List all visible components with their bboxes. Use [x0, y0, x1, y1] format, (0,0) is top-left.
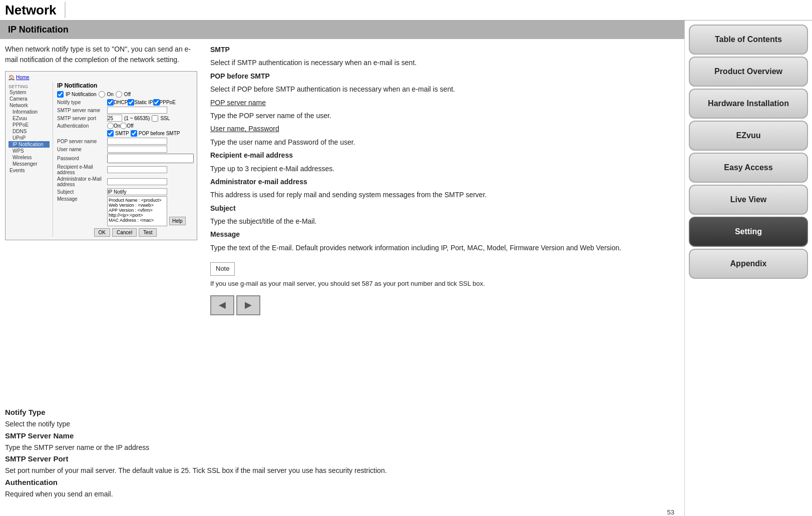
user-name-input[interactable] [107, 146, 167, 153]
notify-type-heading: Notify Type [5, 406, 679, 418]
admin-email-input[interactable] [107, 178, 167, 185]
static-ip-checkbox[interactable] [128, 99, 134, 106]
prev-button[interactable]: ◀ [210, 295, 234, 315]
smtp-server-port-row: SMTP server port (1 ~ 66535) SSL [57, 115, 194, 122]
subject-row: Subject [57, 188, 194, 195]
right-text-panel: SMTP Select if SMTP authentication is ne… [205, 44, 679, 406]
authentication-text: Required when you send an email. [5, 488, 679, 499]
form-buttons: OK Cancel Test [57, 228, 194, 237]
nav-button-appendix[interactable]: Appendix [689, 249, 808, 279]
auth-off-radio[interactable] [120, 123, 127, 129]
user-name-row: User name [57, 146, 194, 153]
recipient-email-heading: Recipient e-mail address [210, 151, 293, 159]
pop-server-name-row: POP server name [57, 138, 194, 145]
smtp-server-name-row: SMTP server name [57, 107, 194, 114]
ssl-checkbox[interactable] [152, 115, 158, 122]
main-container: IP Notification When network notify type… [0, 21, 812, 516]
sidebar-upnp[interactable]: UPnP [9, 135, 50, 141]
password-input[interactable] [107, 154, 194, 163]
smtp-heading: SMTP [210, 46, 230, 54]
smtp-checkbox-row: SMTP POP before SMTP [107, 130, 194, 137]
pppoe-checkbox[interactable] [153, 99, 160, 106]
sidebar-pppoe[interactable]: PPPoE [9, 122, 50, 128]
page-title: Network [5, 3, 57, 18]
pop-server-name-underline: POP server name [210, 99, 266, 107]
sidebar-network[interactable]: Network [9, 102, 50, 109]
help-button[interactable]: Help [169, 217, 186, 225]
nav-button-setting[interactable]: Setting [689, 217, 808, 247]
ip-off-radio[interactable] [116, 91, 122, 98]
message-row: Message Product Name : <product> Web Ver… [57, 196, 194, 226]
user-name-password-desc: Type the user name and Password of the u… [210, 137, 674, 148]
pop-server-name-desc: Type the POP server name of the user. [210, 110, 674, 121]
ip-notification-row: IP Notification On Off [57, 91, 194, 98]
ip-on-radio[interactable] [99, 91, 105, 98]
authentication-heading: Authentication [5, 476, 679, 488]
nav-button-live-view[interactable]: Live View [689, 185, 808, 215]
note-text: If you use g-mail as your mail server, y… [210, 279, 674, 289]
page-number: 53 [0, 508, 684, 516]
content-body: When network notify type is set to "ON",… [0, 44, 684, 406]
note-label: Note [216, 265, 229, 272]
right-sidebar: Table of ContentsProduct OverviewHardwar… [684, 21, 812, 516]
dhcp-checkbox[interactable] [107, 99, 114, 106]
pop-server-name-input[interactable] [107, 138, 167, 145]
section-heading: IP Notification [0, 21, 684, 39]
left-panel: When network notify type is set to "ON",… [5, 44, 205, 406]
admin-email-row: Administrator e-Mail address [57, 176, 194, 187]
sidebar-wps[interactable]: WPS [9, 148, 50, 154]
smtp-text: Select if SMTP authentication is necessa… [210, 57, 674, 68]
next-button[interactable]: ▶ [236, 295, 260, 315]
intro-text: When network notify type is set to "ON",… [5, 44, 197, 65]
ui-sidebar: SETTING System Camera Network Informatio… [9, 82, 53, 237]
pop-before-smtp-heading: POP before SMTP [210, 72, 270, 80]
sidebar-system[interactable]: System [9, 89, 50, 96]
auth-on-radio[interactable] [107, 123, 114, 129]
recipient-email-desc: Type up to 3 recipient e-Mail addresses. [210, 163, 674, 174]
subject-input[interactable] [107, 188, 167, 195]
ui-main-panel: IP Notification IP Notification On Off [53, 82, 194, 237]
home-link[interactable]: 🏠 Home [9, 75, 194, 80]
auth-block: SMTP POP before SMTP [107, 130, 194, 137]
ok-button[interactable]: OK [94, 228, 110, 237]
subject-desc: Type the subject/title of the e-Mail. [210, 216, 674, 227]
ui-form-title: IP Notification [57, 82, 194, 89]
ui-inner: SETTING System Camera Network Informatio… [9, 82, 194, 237]
smtp-server-name-input[interactable] [107, 107, 167, 114]
password-row: Password [57, 154, 194, 163]
nav-button-easy-access[interactable]: Easy Access [689, 153, 808, 183]
pop-before-smtp-checkbox[interactable] [131, 130, 137, 137]
recipient-email-input[interactable] [107, 166, 167, 173]
nav-button-product-overview[interactable]: Product Overview [689, 57, 808, 87]
test-button[interactable]: Test [139, 228, 157, 237]
navigation-arrows: ◀ ▶ [210, 295, 674, 315]
message-box: Product Name : <product> Web Version : <… [107, 196, 167, 226]
notify-type-text: Select the notify type [5, 418, 679, 429]
sidebar-messenger[interactable]: Messenger [9, 161, 50, 167]
header: Network [0, 0, 812, 21]
sidebar-wireless[interactable]: Wireless [9, 154, 50, 161]
sidebar-ezvuu[interactable]: EZvuu [9, 115, 50, 122]
message-desc: Type the text of the E-mail. Default pro… [210, 242, 674, 253]
sidebar-camera[interactable]: Camera [9, 96, 50, 102]
cancel-button[interactable]: Cancel [112, 228, 137, 237]
sidebar-ip-notification[interactable]: IP Notification [9, 141, 50, 148]
pop-before-smtp-text: Select if POP before SMTP authentication… [210, 84, 674, 95]
sidebar-information[interactable]: Information [9, 109, 50, 115]
nav-button-ezvuu[interactable]: EZvuu [689, 121, 808, 151]
recipient-email-row: Recipient e-Mail address [57, 164, 194, 175]
sidebar-events[interactable]: Events [9, 167, 50, 174]
user-name-password-underline: User name, Password [210, 125, 279, 133]
left-content: IP Notification When network notify type… [0, 21, 684, 516]
nav-button-table-of-contents[interactable]: Table of Contents [689, 25, 808, 55]
notify-type-row: Notify type DHCP Static IP PPPoE [57, 99, 194, 106]
port-row: (1 ~ 66535) SSL [107, 115, 170, 122]
smtp-server-name-heading: SMTP Server Name [5, 430, 679, 442]
smtp-checkbox[interactable] [107, 130, 114, 137]
message-heading: Message [210, 230, 240, 238]
authentication-row: Authentication On Off [57, 123, 194, 129]
ip-notification-checkbox[interactable] [57, 91, 64, 98]
sidebar-ddns[interactable]: DDNS [9, 128, 50, 135]
smtp-port-input[interactable] [107, 115, 122, 122]
nav-button-hardware-installation[interactable]: Hardware Installation [689, 89, 808, 119]
